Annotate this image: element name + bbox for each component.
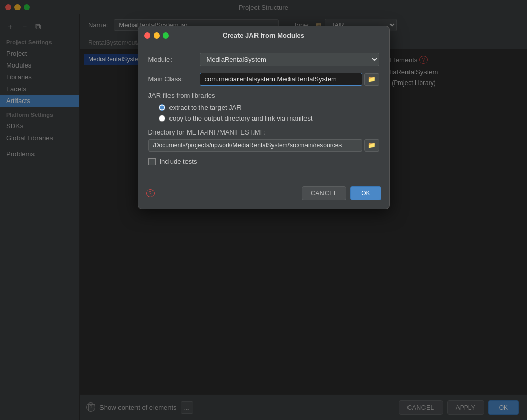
modal-cancel-button[interactable]: CANCEL [302, 186, 346, 200]
main-class-label: Main Class: [148, 75, 200, 83]
copy-radio[interactable] [159, 115, 165, 122]
copy-radio-label: copy to the output directory and link vi… [169, 114, 313, 122]
modal-footer: ? CANCEL OK [138, 182, 389, 209]
radio-group: extract to the target JAR copy to the ou… [148, 104, 379, 122]
modal-help-icon[interactable]: ? [146, 189, 155, 197]
modal-close-button[interactable] [144, 32, 150, 39]
main-class-row: Main Class: 📁 [148, 73, 379, 86]
modal-overlay: Create JAR from Modules Module: MediaRen… [0, 0, 527, 420]
modal-maximize-button[interactable] [163, 32, 169, 39]
main-class-browse-btn[interactable]: 📁 [364, 73, 379, 86]
main-class-input[interactable] [200, 73, 362, 86]
modal-title-bar: Create JAR from Modules [138, 26, 389, 44]
include-tests-checkbox[interactable] [148, 158, 156, 165]
modal-minimize-button[interactable] [154, 32, 160, 39]
modal-ok-button[interactable]: OK [350, 186, 381, 200]
module-label: Module: [148, 56, 200, 63]
directory-input-row: 📁 [148, 139, 379, 152]
include-tests-label: Include tests [160, 158, 197, 165]
extract-radio-label: extract to the target JAR [169, 104, 242, 111]
modal-footer-buttons: CANCEL OK [302, 186, 381, 200]
module-row: Module: MediaRentalSystem [148, 53, 379, 66]
main-class-control: 📁 [200, 73, 379, 86]
directory-input[interactable] [148, 139, 362, 152]
modal-title: Create JAR from Modules [146, 31, 381, 39]
extract-radio[interactable] [159, 104, 165, 111]
directory-label: Directory for META-INF/MANIFEST.MF: [148, 128, 379, 136]
jar-files-section: JAR files from libraries extract to the … [148, 92, 379, 122]
module-select[interactable]: MediaRentalSystem [200, 53, 379, 66]
create-jar-modal: Create JAR from Modules Module: MediaRen… [138, 26, 390, 209]
directory-browse-btn[interactable]: 📁 [364, 139, 379, 152]
modal-body: Module: MediaRentalSystem Main Class: 📁 … [138, 44, 389, 182]
include-tests-row: Include tests [148, 158, 379, 165]
module-control: MediaRentalSystem [200, 53, 379, 66]
extract-radio-row[interactable]: extract to the target JAR [159, 104, 379, 111]
jar-files-label: JAR files from libraries [148, 92, 379, 99]
directory-section: Directory for META-INF/MANIFEST.MF: 📁 [148, 128, 379, 152]
modal-window-controls[interactable] [144, 32, 169, 39]
copy-radio-row[interactable]: copy to the output directory and link vi… [159, 114, 379, 122]
